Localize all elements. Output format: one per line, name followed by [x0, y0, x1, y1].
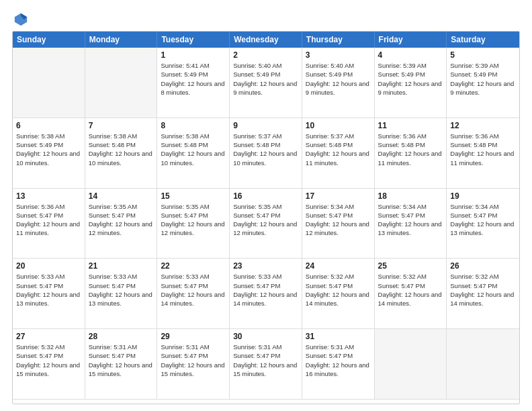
day-number: 19: [450, 191, 516, 201]
day-number: 11: [378, 121, 443, 130]
calendar-cell: 23Sunrise: 5:33 AMSunset: 5:47 PMDayligh…: [230, 259, 302, 329]
calendar-cell: 16Sunrise: 5:35 AMSunset: 5:47 PMDayligh…: [230, 189, 302, 259]
calendar-body: 1Sunrise: 5:41 AMSunset: 5:49 PMDaylight…: [13, 48, 519, 400]
calendar-cell: 19Sunrise: 5:34 AMSunset: 5:47 PMDayligh…: [447, 189, 519, 259]
calendar-cell: 7Sunrise: 5:38 AMSunset: 5:48 PMDaylight…: [85, 118, 158, 189]
day-number: 21: [89, 261, 154, 271]
calendar-cell: 3Sunrise: 5:40 AMSunset: 5:49 PMDaylight…: [302, 48, 375, 118]
cell-info: Sunrise: 5:37 AMSunset: 5:48 PMDaylight:…: [233, 132, 298, 167]
day-number: 14: [89, 191, 154, 201]
cell-info: Sunrise: 5:32 AMSunset: 5:47 PMDaylight:…: [16, 342, 81, 378]
day-number: 4: [378, 50, 443, 60]
calendar-cell: 22Sunrise: 5:33 AMSunset: 5:47 PMDayligh…: [157, 259, 230, 329]
day-number: 16: [233, 191, 298, 201]
calendar-cell: 8Sunrise: 5:38 AMSunset: 5:48 PMDaylight…: [157, 118, 230, 189]
day-number: 29: [161, 332, 226, 341]
calendar-cell: 29Sunrise: 5:31 AMSunset: 5:47 PMDayligh…: [157, 329, 230, 400]
day-number: 5: [450, 50, 516, 60]
calendar-header-cell: Wednesday: [230, 32, 302, 48]
day-number: 28: [89, 332, 154, 341]
cell-info: Sunrise: 5:32 AMSunset: 5:47 PMDaylight:…: [450, 272, 516, 308]
calendar-cell: [85, 48, 158, 118]
cell-info: Sunrise: 5:39 AMSunset: 5:49 PMDaylight:…: [450, 61, 516, 97]
calendar-cell: 15Sunrise: 5:35 AMSunset: 5:47 PMDayligh…: [157, 189, 230, 259]
calendar-cell: 13Sunrise: 5:36 AMSunset: 5:47 PMDayligh…: [13, 189, 85, 259]
cell-info: Sunrise: 5:38 AMSunset: 5:49 PMDaylight:…: [16, 132, 81, 167]
cell-info: Sunrise: 5:36 AMSunset: 5:47 PMDaylight:…: [16, 202, 81, 238]
cell-info: Sunrise: 5:37 AMSunset: 5:48 PMDaylight:…: [306, 132, 371, 167]
day-number: 17: [306, 191, 371, 201]
cell-info: Sunrise: 5:38 AMSunset: 5:48 PMDaylight:…: [89, 132, 154, 167]
day-number: 20: [16, 261, 81, 271]
day-number: 31: [306, 332, 371, 341]
calendar-header-cell: Friday: [375, 32, 447, 48]
day-number: 27: [16, 332, 81, 341]
day-number: 30: [233, 332, 298, 341]
calendar-header-cell: Tuesday: [157, 32, 230, 48]
calendar-cell: 27Sunrise: 5:32 AMSunset: 5:47 PMDayligh…: [13, 329, 85, 400]
calendar-cell: 24Sunrise: 5:32 AMSunset: 5:47 PMDayligh…: [302, 259, 375, 329]
calendar-cell: 20Sunrise: 5:33 AMSunset: 5:47 PMDayligh…: [13, 259, 85, 329]
cell-info: Sunrise: 5:35 AMSunset: 5:47 PMDaylight:…: [161, 202, 226, 238]
cell-info: Sunrise: 5:40 AMSunset: 5:49 PMDaylight:…: [233, 61, 298, 97]
calendar-cell: 17Sunrise: 5:34 AMSunset: 5:47 PMDayligh…: [302, 189, 375, 259]
calendar-cell: [447, 329, 519, 400]
cell-info: Sunrise: 5:35 AMSunset: 5:47 PMDaylight:…: [89, 202, 154, 238]
cell-info: Sunrise: 5:38 AMSunset: 5:48 PMDaylight:…: [161, 132, 226, 167]
day-number: 13: [16, 191, 81, 201]
day-number: 24: [306, 261, 371, 271]
calendar-header-cell: Saturday: [447, 32, 519, 48]
cell-info: Sunrise: 5:33 AMSunset: 5:47 PMDaylight:…: [16, 272, 81, 308]
calendar-cell: 18Sunrise: 5:34 AMSunset: 5:47 PMDayligh…: [375, 189, 447, 259]
day-number: 12: [450, 121, 516, 130]
calendar: SundayMondayTuesdayWednesdayThursdayFrid…: [12, 31, 520, 404]
calendar-cell: 31Sunrise: 5:31 AMSunset: 5:47 PMDayligh…: [302, 329, 375, 400]
cell-info: Sunrise: 5:39 AMSunset: 5:49 PMDaylight:…: [378, 61, 443, 97]
cell-info: Sunrise: 5:31 AMSunset: 5:47 PMDaylight:…: [161, 342, 226, 378]
day-number: 25: [378, 261, 443, 271]
cell-info: Sunrise: 5:33 AMSunset: 5:47 PMDaylight:…: [161, 272, 226, 308]
day-number: 9: [233, 121, 298, 130]
page-container: SundayMondayTuesdayWednesdayThursdayFrid…: [0, 0, 532, 411]
cell-info: Sunrise: 5:32 AMSunset: 5:47 PMDaylight:…: [306, 272, 371, 308]
logo: [12, 12, 28, 24]
day-number: 10: [306, 121, 371, 130]
day-number: 23: [233, 261, 298, 271]
calendar-cell: 12Sunrise: 5:36 AMSunset: 5:48 PMDayligh…: [447, 118, 519, 189]
day-number: 3: [306, 50, 371, 60]
calendar-cell: 1Sunrise: 5:41 AMSunset: 5:49 PMDaylight…: [157, 48, 230, 118]
calendar-cell: 21Sunrise: 5:33 AMSunset: 5:47 PMDayligh…: [85, 259, 158, 329]
day-number: 22: [161, 261, 226, 271]
calendar-header-cell: Thursday: [302, 32, 375, 48]
calendar-cell: 9Sunrise: 5:37 AMSunset: 5:48 PMDaylight…: [230, 118, 302, 189]
cell-info: Sunrise: 5:35 AMSunset: 5:47 PMDaylight:…: [233, 202, 298, 238]
day-number: 7: [89, 121, 154, 130]
calendar-cell: 28Sunrise: 5:31 AMSunset: 5:47 PMDayligh…: [85, 329, 158, 400]
day-number: 1: [161, 50, 226, 60]
calendar-cell: 11Sunrise: 5:36 AMSunset: 5:48 PMDayligh…: [375, 118, 447, 189]
calendar-cell: 10Sunrise: 5:37 AMSunset: 5:48 PMDayligh…: [302, 118, 375, 189]
cell-info: Sunrise: 5:33 AMSunset: 5:47 PMDaylight:…: [89, 272, 154, 308]
day-number: 15: [161, 191, 226, 201]
cell-info: Sunrise: 5:34 AMSunset: 5:47 PMDaylight:…: [378, 202, 443, 238]
cell-info: Sunrise: 5:41 AMSunset: 5:49 PMDaylight:…: [161, 61, 226, 97]
calendar-cell: [13, 48, 85, 118]
calendar-cell: 14Sunrise: 5:35 AMSunset: 5:47 PMDayligh…: [85, 189, 158, 259]
cell-info: Sunrise: 5:31 AMSunset: 5:47 PMDaylight:…: [89, 342, 154, 378]
cell-info: Sunrise: 5:36 AMSunset: 5:48 PMDaylight:…: [378, 132, 443, 167]
cell-info: Sunrise: 5:31 AMSunset: 5:47 PMDaylight:…: [306, 342, 371, 378]
calendar-cell: 25Sunrise: 5:32 AMSunset: 5:47 PMDayligh…: [375, 259, 447, 329]
calendar-header: SundayMondayTuesdayWednesdayThursdayFrid…: [13, 32, 519, 48]
calendar-cell: 2Sunrise: 5:40 AMSunset: 5:49 PMDaylight…: [230, 48, 302, 118]
calendar-cell: 26Sunrise: 5:32 AMSunset: 5:47 PMDayligh…: [447, 259, 519, 329]
day-number: 26: [450, 261, 516, 271]
calendar-cell: 4Sunrise: 5:39 AMSunset: 5:49 PMDaylight…: [375, 48, 447, 118]
calendar-header-cell: Sunday: [13, 32, 85, 48]
cell-info: Sunrise: 5:33 AMSunset: 5:47 PMDaylight:…: [233, 272, 298, 308]
calendar-header-cell: Monday: [85, 32, 158, 48]
calendar-cell: [375, 329, 447, 400]
cell-info: Sunrise: 5:32 AMSunset: 5:47 PMDaylight:…: [378, 272, 443, 308]
cell-info: Sunrise: 5:34 AMSunset: 5:47 PMDaylight:…: [450, 202, 516, 238]
cell-info: Sunrise: 5:40 AMSunset: 5:49 PMDaylight:…: [306, 61, 371, 97]
day-number: 18: [378, 191, 443, 201]
